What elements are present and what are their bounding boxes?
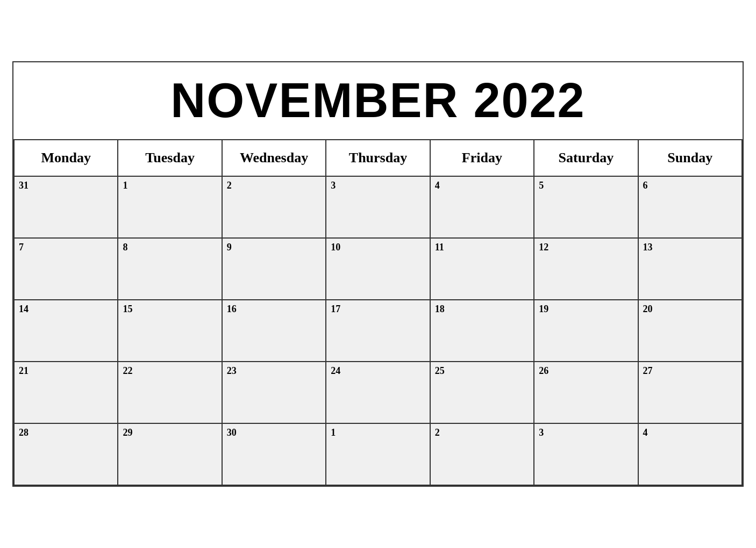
day-number: 4 (643, 427, 737, 438)
day-header-saturday: Saturday (534, 140, 638, 177)
day-cell[interactable]: 5 (534, 177, 638, 239)
day-number: 8 (123, 242, 217, 253)
day-cell[interactable]: 19 (534, 300, 638, 362)
day-number: 20 (643, 304, 737, 315)
day-cell[interactable]: 12 (534, 239, 638, 300)
day-header-sunday: Sunday (639, 140, 743, 177)
day-cell[interactable]: 24 (326, 362, 430, 424)
day-cell[interactable]: 16 (223, 300, 326, 362)
day-number: 12 (539, 242, 633, 253)
day-cell[interactable]: 20 (639, 300, 743, 362)
day-cell[interactable]: 25 (431, 362, 534, 424)
day-cell[interactable]: 26 (534, 362, 638, 424)
day-cell[interactable]: 13 (639, 239, 743, 300)
day-cell[interactable]: 31 (15, 177, 118, 239)
calendar-grid: MondayTuesdayWednesdayThursdayFridaySatu… (13, 140, 743, 486)
day-cell[interactable]: 2 (223, 177, 326, 239)
day-header-thursday: Thursday (326, 140, 430, 177)
day-cell[interactable]: 21 (15, 362, 118, 424)
day-number: 18 (435, 304, 529, 315)
day-number: 3 (331, 180, 425, 191)
day-cell[interactable]: 2 (431, 424, 534, 486)
day-number: 1 (123, 180, 217, 191)
day-cell[interactable]: 17 (326, 300, 430, 362)
day-cell[interactable]: 14 (15, 300, 118, 362)
day-cell[interactable]: 22 (118, 362, 222, 424)
day-number: 5 (539, 180, 633, 191)
day-cell[interactable]: 23 (223, 362, 326, 424)
day-cell[interactable]: 9 (223, 239, 326, 300)
day-number: 24 (331, 365, 425, 377)
day-number: 15 (123, 304, 217, 315)
day-cell[interactable]: 6 (639, 177, 743, 239)
day-number: 10 (331, 242, 425, 253)
day-number: 21 (19, 365, 113, 377)
day-number: 3 (539, 427, 633, 438)
day-cell[interactable]: 11 (431, 239, 534, 300)
day-cell[interactable]: 8 (118, 239, 222, 300)
day-number: 4 (435, 180, 529, 191)
day-number: 19 (539, 304, 633, 315)
day-number: 9 (227, 242, 321, 253)
day-cell[interactable]: 28 (15, 424, 118, 486)
day-number: 28 (19, 427, 113, 438)
day-number: 30 (227, 427, 321, 438)
day-number: 23 (227, 365, 321, 377)
day-cell[interactable]: 27 (639, 362, 743, 424)
day-number: 2 (227, 180, 321, 191)
day-cell[interactable]: 3 (326, 177, 430, 239)
day-number: 17 (331, 304, 425, 315)
day-cell[interactable]: 29 (118, 424, 222, 486)
day-cell[interactable]: 15 (118, 300, 222, 362)
day-cell[interactable]: 3 (534, 424, 638, 486)
day-number: 25 (435, 365, 529, 377)
day-number: 1 (331, 427, 425, 438)
day-number: 14 (19, 304, 113, 315)
day-header-tuesday: Tuesday (118, 140, 222, 177)
day-number: 7 (19, 242, 113, 253)
day-cell[interactable]: 18 (431, 300, 534, 362)
day-number: 31 (19, 180, 113, 191)
day-number: 13 (643, 242, 737, 253)
day-number: 26 (539, 365, 633, 377)
day-cell[interactable]: 4 (431, 177, 534, 239)
day-header-wednesday: Wednesday (223, 140, 326, 177)
day-number: 6 (643, 180, 737, 191)
day-cell[interactable]: 10 (326, 239, 430, 300)
day-number: 2 (435, 427, 529, 438)
day-cell[interactable]: 7 (15, 239, 118, 300)
day-cell[interactable]: 30 (223, 424, 326, 486)
day-cell[interactable]: 1 (118, 177, 222, 239)
day-header-friday: Friday (431, 140, 534, 177)
day-number: 29 (123, 427, 217, 438)
day-cell[interactable]: 1 (326, 424, 430, 486)
day-number: 27 (643, 365, 737, 377)
day-header-monday: Monday (15, 140, 118, 177)
calendar: NOVEMBER 2022 MondayTuesdayWednesdayThur… (12, 61, 744, 487)
calendar-title: NOVEMBER 2022 (13, 62, 743, 140)
day-cell[interactable]: 4 (639, 424, 743, 486)
day-number: 11 (435, 242, 529, 253)
day-number: 16 (227, 304, 321, 315)
day-number: 22 (123, 365, 217, 377)
